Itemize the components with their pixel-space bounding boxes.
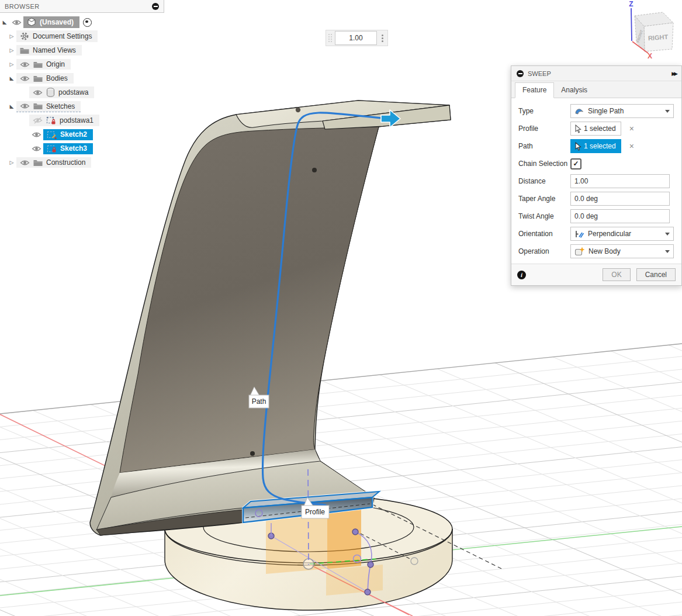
operation-dropdown[interactable]: New Body bbox=[570, 244, 674, 258]
field-label: Taper Angle bbox=[518, 195, 570, 203]
drag-handle[interactable] bbox=[328, 34, 332, 42]
expand-arrow-icon[interactable]: ▷ bbox=[7, 47, 16, 53]
tree-item-podstawa1[interactable]: podstawa1 bbox=[0, 113, 164, 127]
taper-angle-input[interactable] bbox=[570, 192, 670, 206]
eye-icon[interactable] bbox=[9, 19, 23, 26]
tree-item-label: Sketches bbox=[46, 102, 75, 110]
tree-item-label: Sketch2 bbox=[60, 130, 87, 139]
tree-item-document-settings[interactable]: ▷ Document Settings bbox=[0, 29, 164, 43]
sketch-icon bbox=[47, 130, 57, 139]
expand-arrow-icon[interactable]: ◢ bbox=[0, 19, 9, 25]
tree-item-named-views[interactable]: ▷ Named Views bbox=[0, 43, 164, 57]
folder-icon bbox=[33, 61, 43, 68]
gear-icon bbox=[20, 32, 29, 41]
sketch-locked-icon bbox=[46, 116, 56, 125]
cancel-button[interactable]: Cancel bbox=[636, 268, 676, 281]
sweep-dialog-body: Type Single Path Profile 1 selected × Pa… bbox=[511, 98, 681, 264]
more-options-icon[interactable] bbox=[380, 34, 385, 42]
surface-dot bbox=[296, 108, 300, 112]
type-dropdown[interactable]: Single Path bbox=[570, 104, 674, 118]
tree-item-sketch3[interactable]: Sketch3 bbox=[0, 141, 164, 155]
viewcube-front-label[interactable]: RIGHT bbox=[648, 33, 669, 41]
tab-feature[interactable]: Feature bbox=[515, 82, 554, 98]
document-cube-icon bbox=[27, 18, 36, 27]
body-cylinder-icon bbox=[46, 88, 55, 97]
eye-icon[interactable] bbox=[33, 89, 43, 96]
viewcube-z-axis bbox=[631, 8, 632, 41]
orientation-dropdown[interactable]: Perpendicular bbox=[570, 227, 674, 241]
browser-tree: ◢ (Unsaved) ▷ Document Settings ▷ Named … bbox=[0, 13, 164, 169]
profile-select-button[interactable]: 1 selected bbox=[570, 122, 621, 136]
field-label: Chain Selection bbox=[518, 160, 570, 168]
info-icon[interactable]: i bbox=[517, 271, 526, 279]
eye-icon[interactable] bbox=[20, 61, 30, 68]
tree-item-label: Named Views bbox=[33, 46, 76, 54]
tree-item-label: Bodies bbox=[46, 74, 68, 82]
tree-item-label: Document Settings bbox=[33, 32, 92, 40]
field-operation: Operation New Body bbox=[511, 243, 681, 260]
twist-angle-input[interactable] bbox=[570, 209, 670, 223]
activate-document-icon[interactable] bbox=[83, 18, 92, 27]
sweep-dialog: SWEEP ▶▶ Feature Analysis Type Single Pa… bbox=[511, 65, 682, 286]
expand-arrow-icon[interactable]: ▷ bbox=[7, 61, 16, 67]
expand-arrow-icon[interactable]: ▷ bbox=[7, 33, 16, 39]
expand-arrow-icon[interactable]: ▷ bbox=[7, 160, 16, 165]
dialog-title: SWEEP bbox=[528, 70, 667, 77]
folder-icon bbox=[33, 75, 43, 82]
field-path: Path 1 selected × bbox=[511, 137, 681, 155]
path-select-button[interactable]: 1 selected bbox=[570, 139, 621, 153]
tree-item-sketches[interactable]: ◢ Sketches bbox=[0, 99, 164, 113]
eye-icon[interactable] bbox=[29, 146, 43, 152]
distance-quick-input[interactable] bbox=[335, 31, 377, 45]
single-path-icon bbox=[574, 107, 584, 115]
cursor-select-icon bbox=[574, 142, 581, 151]
chevron-down-icon bbox=[665, 110, 670, 113]
perpendicular-icon bbox=[574, 230, 584, 238]
type-value: Single Path bbox=[588, 107, 662, 115]
field-label: Operation bbox=[518, 247, 570, 255]
expand-arrow-icon[interactable]: ◢ bbox=[7, 103, 16, 109]
sweep-dialog-footer: i OK Cancel bbox=[511, 264, 681, 285]
field-profile: Profile 1 selected × bbox=[511, 120, 681, 137]
tree-item-podstawa[interactable]: podstawa bbox=[0, 85, 164, 99]
tree-item-origin[interactable]: ▷ Origin bbox=[0, 57, 164, 71]
field-label: Type bbox=[518, 107, 570, 115]
sweep-dialog-header[interactable]: SWEEP ▶▶ bbox=[511, 66, 681, 81]
tree-item-sketch2[interactable]: Sketch2 bbox=[0, 127, 164, 141]
eye-icon[interactable] bbox=[20, 75, 30, 82]
chevron-down-icon bbox=[665, 233, 670, 236]
distance-input[interactable] bbox=[570, 174, 670, 188]
profile-selected-count: 1 selected bbox=[584, 124, 616, 133]
ok-button[interactable]: OK bbox=[603, 268, 630, 281]
sketch-locked-icon bbox=[47, 144, 57, 153]
field-type: Type Single Path bbox=[511, 102, 681, 120]
surface-dot bbox=[312, 168, 317, 172]
clear-profile-icon[interactable]: × bbox=[629, 124, 634, 133]
collapse-panel-icon[interactable] bbox=[152, 3, 159, 10]
field-chain-selection: Chain Selection ✓ bbox=[511, 155, 681, 172]
expand-arrow-icon[interactable]: ◢ bbox=[7, 75, 16, 81]
chain-selection-checkbox[interactable]: ✓ bbox=[570, 158, 581, 169]
collapse-dialog-icon[interactable] bbox=[517, 70, 524, 77]
eye-icon[interactable] bbox=[29, 131, 43, 138]
operation-value: New Body bbox=[588, 247, 662, 255]
field-orientation: Orientation Perpendicular bbox=[511, 225, 681, 243]
eye-icon[interactable] bbox=[20, 103, 30, 109]
chevron-down-icon bbox=[665, 250, 670, 253]
surface-dot bbox=[250, 451, 255, 456]
orientation-value: Perpendicular bbox=[588, 230, 662, 238]
clear-path-icon[interactable]: × bbox=[629, 142, 634, 150]
tree-item-unsaved[interactable]: ◢ (Unsaved) bbox=[0, 15, 164, 29]
tree-item-label: Sketch3 bbox=[60, 144, 87, 153]
dock-dialog-icon[interactable]: ▶▶ bbox=[671, 71, 676, 77]
checkmark-icon: ✓ bbox=[573, 160, 579, 168]
profile-tooltip-label: Profile bbox=[305, 508, 325, 516]
folder-icon bbox=[33, 102, 43, 110]
eye-icon[interactable] bbox=[20, 160, 30, 166]
tab-analysis[interactable]: Analysis bbox=[554, 83, 594, 98]
tree-item-bodies[interactable]: ◢ Bodies bbox=[0, 71, 164, 85]
browser-panel: BROWSER ◢ (Unsaved) ▷ Document Settings … bbox=[0, 0, 164, 169]
eye-hidden-icon[interactable] bbox=[33, 117, 43, 124]
tree-item-construction[interactable]: ▷ Construction bbox=[0, 155, 164, 169]
browser-title: BROWSER bbox=[5, 3, 40, 10]
